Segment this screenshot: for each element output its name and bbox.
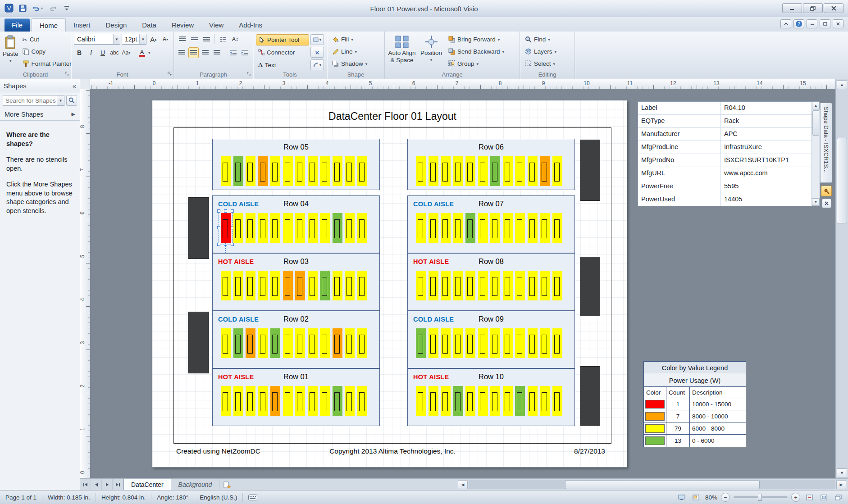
rack-yellow[interactable]: [233, 386, 243, 416]
rack-yellow[interactable]: [320, 386, 330, 416]
shadow-button[interactable]: Shadow▾: [330, 58, 382, 69]
rack-yellow[interactable]: [221, 328, 231, 358]
rack-yellow[interactable]: [258, 328, 268, 358]
more-shapes-button[interactable]: More Shapes ▶: [0, 108, 80, 121]
zoom-slider-thumb[interactable]: [758, 494, 762, 501]
shape-data-side-tab[interactable]: Shape Data - ISXCR1S...: [820, 103, 832, 183]
column-pillar[interactable]: [580, 257, 600, 316]
rack-yellow[interactable]: [308, 156, 318, 186]
selection-handle[interactable]: [224, 209, 227, 213]
column-pillar[interactable]: [580, 366, 600, 426]
rack-yellow[interactable]: [429, 213, 438, 243]
zoom-level[interactable]: 80%: [705, 494, 717, 501]
rack-yellow[interactable]: [221, 386, 231, 416]
underline-icon[interactable]: U: [97, 47, 108, 58]
previous-page-icon[interactable]: [91, 479, 102, 490]
restore-button[interactable]: [803, 3, 823, 13]
rack-yellow[interactable]: [246, 386, 255, 416]
rack-yellow[interactable]: [246, 213, 255, 243]
minimize-button[interactable]: [782, 3, 802, 13]
rack-yellow[interactable]: [515, 328, 525, 358]
first-page-icon[interactable]: [80, 479, 91, 490]
zoom-in-icon[interactable]: +: [791, 493, 800, 502]
bold-icon[interactable]: B: [74, 47, 85, 58]
save-icon[interactable]: [17, 2, 28, 14]
scroll-thumb[interactable]: [837, 138, 847, 223]
rack-yellow[interactable]: [308, 328, 318, 358]
pointer-tool-button[interactable]: Pointer Tool: [256, 34, 309, 45]
align-middle-icon[interactable]: [189, 34, 200, 45]
rack-yellow[interactable]: [490, 271, 500, 300]
rack-yellow[interactable]: [357, 271, 367, 300]
collapse-panel-icon[interactable]: «: [73, 82, 76, 90]
drawing-page[interactable]: DataCenter Floor 01 Layout Row 05COLD AI…: [152, 100, 627, 468]
font-family-select[interactable]: Calibri▼: [74, 34, 120, 45]
rack-yellow[interactable]: [528, 156, 538, 186]
chevron-down-icon[interactable]: ▼: [57, 95, 64, 105]
rack-green[interactable]: [233, 156, 243, 186]
rack-yellow[interactable]: [453, 213, 463, 243]
shape-data-field-value[interactable]: R04.10: [721, 102, 812, 114]
rack-yellow[interactable]: [552, 328, 562, 358]
rack-green[interactable]: [333, 386, 342, 416]
status-angle[interactable]: Angle: 180°: [151, 493, 194, 502]
align-top-icon[interactable]: [177, 34, 187, 45]
rack-yellow[interactable]: [221, 271, 231, 300]
column-pillar[interactable]: [580, 140, 600, 201]
doc-restore-icon[interactable]: [820, 19, 830, 28]
rack-yellow[interactable]: [258, 386, 268, 416]
rack-yellow[interactable]: [552, 156, 562, 186]
next-page-icon[interactable]: [102, 479, 113, 490]
rack-yellow[interactable]: [528, 328, 538, 358]
presentation-mode-icon[interactable]: [676, 492, 687, 502]
copy-button[interactable]: Copy: [20, 46, 74, 57]
bring-forward-button[interactable]: Bring Forward▾: [446, 34, 506, 45]
rack-yellow[interactable]: [528, 386, 538, 416]
undo-icon[interactable]: ▾: [31, 2, 45, 14]
freeform-tool-button[interactable]: ▾: [310, 59, 324, 70]
rack-yellow[interactable]: [503, 271, 513, 300]
rack-yellow[interactable]: [453, 328, 463, 358]
rack-yellow[interactable]: [357, 328, 367, 358]
fit-page-icon[interactable]: [804, 492, 815, 502]
position-button[interactable]: Position ▾: [418, 34, 444, 71]
selection-box[interactable]: [219, 211, 233, 245]
rack-yellow[interactable]: [478, 156, 488, 186]
zoom-out-icon[interactable]: −: [721, 493, 730, 502]
format-painter-button[interactable]: Format Painter: [20, 58, 74, 69]
connector-tool-button[interactable]: Connector: [256, 47, 309, 58]
font-color-icon[interactable]: A: [137, 47, 147, 58]
search-icon[interactable]: [66, 95, 77, 106]
switch-windows-icon[interactable]: [833, 492, 843, 502]
cut-button[interactable]: ✂ Cut: [20, 34, 74, 45]
align-right-icon[interactable]: [200, 47, 210, 58]
strikethrough-icon[interactable]: abc: [109, 47, 120, 58]
layers-button[interactable]: Layers▾: [523, 46, 572, 57]
rack-yellow[interactable]: [478, 213, 488, 243]
rack-yellow[interactable]: [441, 328, 451, 358]
tab-home[interactable]: Home: [32, 18, 66, 32]
rack-green[interactable]: [416, 328, 426, 358]
shape-data-field-value[interactable]: APC: [721, 128, 812, 141]
visio-app-icon[interactable]: V: [4, 2, 14, 14]
rack-yellow[interactable]: [308, 271, 318, 300]
grow-font-icon[interactable]: A▴: [148, 34, 159, 45]
rack-yellow[interactable]: [345, 271, 355, 300]
italic-icon[interactable]: I: [86, 47, 96, 58]
bullets-icon[interactable]: [218, 34, 228, 45]
whole-page-icon[interactable]: [818, 492, 829, 502]
drawing-viewport[interactable]: DataCenter Floor 01 Layout Row 05COLD AI…: [90, 89, 835, 478]
close-panel-button[interactable]: [822, 199, 831, 208]
rack-yellow[interactable]: [270, 213, 280, 243]
align-bottom-icon[interactable]: [201, 34, 212, 45]
help-icon[interactable]: ?: [793, 19, 804, 28]
rack-yellow[interactable]: [515, 213, 525, 243]
rack-orange[interactable]: [333, 328, 342, 358]
scroll-down-icon[interactable]: ▼: [837, 468, 847, 477]
rack-green[interactable]: [320, 271, 330, 300]
status-height[interactable]: Height: 0.804 in.: [96, 493, 151, 502]
rack-yellow[interactable]: [283, 213, 293, 243]
rack-yellow[interactable]: [320, 328, 330, 358]
rack-yellow[interactable]: [465, 328, 475, 358]
rack-green[interactable]: [515, 386, 525, 416]
